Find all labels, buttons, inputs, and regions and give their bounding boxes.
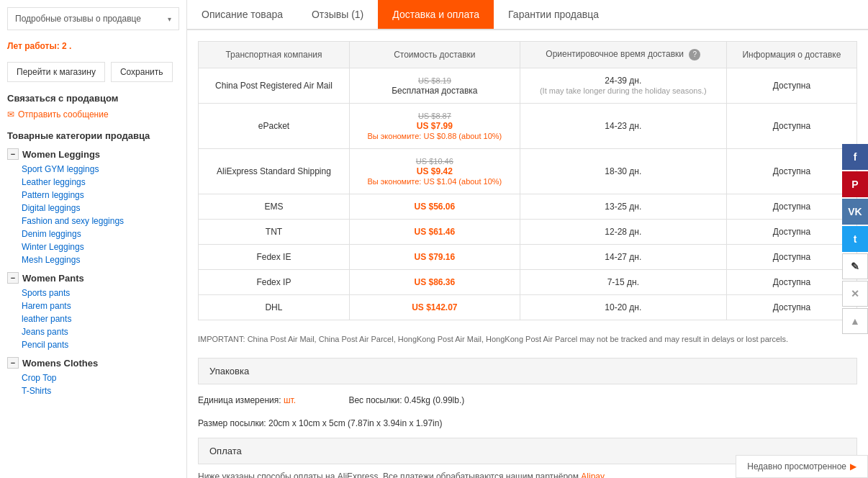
category-item[interactable]: Crop Top <box>22 371 179 384</box>
collapse-icon-leggings[interactable]: − <box>7 148 19 160</box>
company-cell: TNT <box>199 220 350 245</box>
category-header-pants[interactable]: − Women Pants <box>7 272 179 284</box>
col-time: Ориентировочное время доставки ? <box>520 42 726 68</box>
price-cell: US $142.07 <box>349 295 520 320</box>
category-item[interactable]: Digital leggings <box>22 202 179 215</box>
col-info: Информация о доставке <box>726 42 856 68</box>
recently-viewed-arrow: ▶ <box>850 461 856 472</box>
send-message-label: Отправить сообщение <box>18 109 109 120</box>
table-row: ePacketUS $8.87 US $7.99Вы экономите: US… <box>199 104 857 149</box>
category-item[interactable]: Denim leggings <box>22 227 179 240</box>
category-header-leggings[interactable]: − Women Leggings <box>7 148 179 160</box>
time-cell: 14-23 дн. <box>520 104 726 149</box>
package-size: Размер посылки: 20cm x 10cm x 5cm (7.87i… <box>198 415 857 432</box>
time-cell: 10-20 дн. <box>520 295 726 320</box>
category-item[interactable]: Pattern leggings <box>22 189 179 202</box>
info-icon[interactable]: ? <box>689 49 700 60</box>
category-item[interactable]: Mesh Leggings <box>22 253 179 266</box>
category-group-clothes: − Womens Clothes Crop Top T-Shirts <box>7 357 179 397</box>
time-cell: 24-39 дн.(It may take longer during the … <box>520 68 726 104</box>
price-cell: US $8.87 US $7.99Вы экономите: US $0.88 … <box>349 104 520 149</box>
twitter-button[interactable]: t <box>842 226 868 252</box>
category-header-clothes[interactable]: − Womens Clothes <box>7 357 179 369</box>
sidebar: Подробные отзывы о продавце ▾ Лет работы… <box>0 0 187 478</box>
company-cell: DHL <box>199 295 350 320</box>
time-cell: 12-28 дн. <box>520 220 726 245</box>
store-buttons: Перейти к магазину Сохранить <box>7 62 179 82</box>
scroll-top-button[interactable]: ▲ <box>842 308 868 334</box>
category-item[interactable]: leather pants <box>22 312 179 325</box>
table-row: DHLUS $142.0710-20 дн.Доступна <box>199 295 857 320</box>
pants-items: Sports pants Harem pants leather pants J… <box>7 287 179 351</box>
category-item[interactable]: Sports pants <box>22 287 179 299</box>
col-company: Транспортная компания <box>199 42 350 68</box>
time-cell: 7-15 дн. <box>520 270 726 295</box>
send-message-link[interactable]: ✉ Отправить сообщение <box>7 109 179 120</box>
table-row: AliExpress Standard ShippingUS $10.46 US… <box>199 149 857 194</box>
clothes-items: Crop Top T-Shirts <box>7 371 179 397</box>
category-item[interactable]: Fashion and sexy leggings <box>22 215 179 227</box>
collapse-icon-pants[interactable]: − <box>7 272 19 284</box>
recently-viewed-bar[interactable]: Недавно просмотренное ▶ <box>736 455 868 478</box>
company-cell: Fedex IE <box>199 245 350 270</box>
leggings-items: Sport GYM leggings Leather leggings Patt… <box>7 163 179 266</box>
price-cell: US $10.46 US $9.42Вы экономите: US $1.04… <box>349 149 520 194</box>
packaging-title: Упаковка <box>198 358 857 384</box>
category-name-pants: Women Pants <box>22 273 84 284</box>
category-item[interactable]: Leather leggings <box>22 176 179 189</box>
category-item[interactable]: T-Shirts <box>22 384 179 397</box>
delivery-content: Транспортная компания Стоимость доставки… <box>187 30 868 478</box>
table-row: Fedex IPUS $86.367-15 дн.Доступна <box>199 270 857 295</box>
category-item[interactable]: Pencil pants <box>22 338 179 351</box>
table-row: Fedex IEUS $79.1614-27 дн.Доступна <box>199 245 857 270</box>
category-item[interactable]: Jeans pants <box>22 325 179 338</box>
categories-title: Товарные категории продавца <box>7 130 179 141</box>
tab-bar: Описание товара Отзывы (1) Доставка и оп… <box>187 0 868 30</box>
company-cell: EMS <box>199 194 350 220</box>
price-cell: US $79.16 <box>349 245 520 270</box>
edit-button[interactable]: ✎ <box>842 253 868 279</box>
close-button[interactable]: ✕ <box>842 281 868 307</box>
available-cell: Доступна <box>726 245 856 270</box>
shipping-table: Транспортная компания Стоимость доставки… <box>198 41 857 320</box>
available-cell: Доступна <box>726 104 856 149</box>
facebook-button[interactable]: f <box>842 144 868 170</box>
category-group-leggings: − Women Leggings Sport GYM leggings Leat… <box>7 148 179 266</box>
time-cell: 14-27 дн. <box>520 245 726 270</box>
main-content: Описание товара Отзывы (1) Доставка и оп… <box>187 0 868 478</box>
available-cell: Доступна <box>726 270 856 295</box>
category-name-leggings: Women Leggings <box>22 149 100 160</box>
contact-seller-title: Связаться с продавцом <box>7 93 179 104</box>
vk-button[interactable]: VK <box>842 199 868 225</box>
company-cell: China Post Registered Air Mail <box>199 68 350 104</box>
seller-reviews-box[interactable]: Подробные отзывы о продавце ▾ <box>7 7 179 30</box>
tab-description[interactable]: Описание товара <box>187 0 297 29</box>
price-cell: US $8.19 Бесплатная доставка <box>349 68 520 104</box>
category-item[interactable]: Winter Leggings <box>22 240 179 253</box>
package-unit: Единица измерения: шт. Вес посылки: 0.45… <box>198 392 857 409</box>
tab-delivery[interactable]: Доставка и оплата <box>378 0 494 29</box>
price-cell: US $86.36 <box>349 270 520 295</box>
seller-reviews-label: Подробные отзывы о продавце <box>15 14 141 24</box>
chevron-down-icon: ▾ <box>168 15 171 23</box>
tab-guarantee[interactable]: Гарантии продавца <box>494 0 613 29</box>
collapse-icon-clothes[interactable]: − <box>7 357 19 369</box>
save-store-button[interactable]: Сохранить <box>111 62 173 82</box>
goto-store-button[interactable]: Перейти к магазину <box>7 62 105 82</box>
col-cost: Стоимость доставки <box>349 42 520 68</box>
price-cell: US $56.06 <box>349 194 520 220</box>
envelope-icon: ✉ <box>7 109 14 120</box>
category-item[interactable]: Harem pants <box>22 299 179 312</box>
pinterest-button[interactable]: P <box>842 171 868 197</box>
recently-viewed-label: Недавно просмотренное <box>747 461 846 472</box>
table-row: TNTUS $61.4612-28 дн.Доступна <box>199 220 857 245</box>
tab-reviews[interactable]: Отзывы (1) <box>297 0 378 29</box>
category-name-clothes: Womens Clothes <box>22 358 98 369</box>
available-cell: Доступна <box>726 295 856 320</box>
category-item[interactable]: Sport GYM leggings <box>22 163 179 176</box>
table-row: EMSUS $56.0613-25 дн.Доступна <box>199 194 857 220</box>
available-cell: Доступна <box>726 149 856 194</box>
available-cell: Доступна <box>726 68 856 104</box>
alipay-link[interactable]: Alipay <box>581 472 604 478</box>
price-cell: US $61.46 <box>349 220 520 245</box>
